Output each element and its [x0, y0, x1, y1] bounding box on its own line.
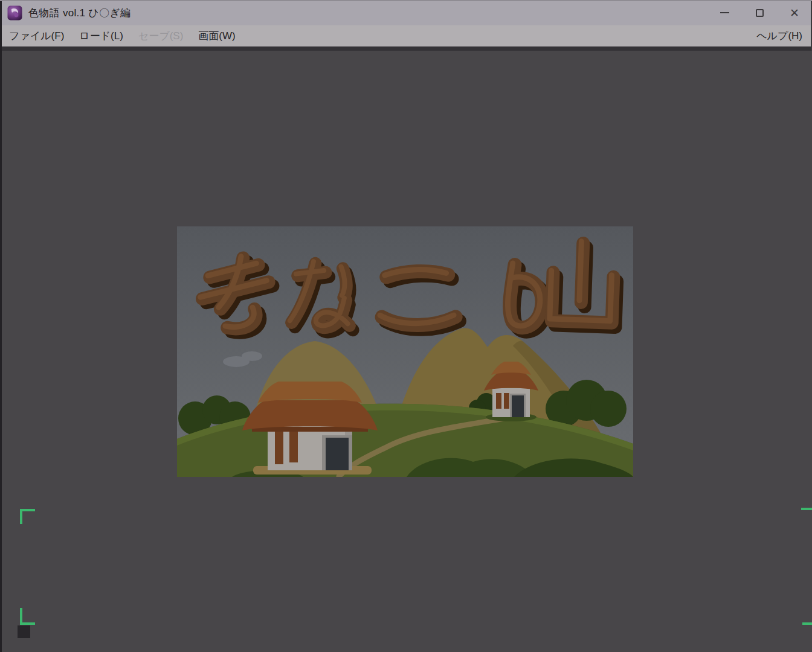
title-card-scene: きなこの山: [177, 226, 633, 477]
title-card-image: きなこの山: [177, 226, 633, 477]
menu-bar-shadow: [0, 46, 812, 51]
minimize-button[interactable]: [707, 0, 742, 25]
capture-marker-top-right: [801, 508, 812, 510]
game-viewport[interactable]: きなこの山: [0, 51, 812, 652]
menu-screen[interactable]: 画面(W): [198, 28, 236, 44]
maximize-button[interactable]: [742, 0, 777, 25]
menu-load[interactable]: ロード(L): [79, 28, 124, 44]
window-border-left: [0, 0, 2, 652]
title-bar: 色物語 vol.1 ひ〇ぎ編 ✕: [0, 0, 812, 25]
capture-marker-bottom-left: [20, 608, 35, 625]
menu-help[interactable]: ヘルプ(H): [756, 29, 802, 43]
window-title: 色物語 vol.1 ひ〇ぎ編: [28, 6, 130, 20]
maximize-icon: [756, 9, 764, 17]
capture-marker-top-left: [20, 509, 35, 524]
app-icon: [7, 5, 22, 21]
minimize-icon: [720, 12, 729, 13]
capture-marker-square: [18, 625, 30, 638]
close-icon: ✕: [790, 7, 799, 19]
close-button[interactable]: ✕: [777, 0, 812, 25]
window-controls: ✕: [707, 0, 812, 25]
capture-marker-bottom-right: [802, 622, 812, 625]
menu-save: セーブ(S): [138, 28, 184, 44]
window-border-top: [0, 0, 812, 1]
menu-file[interactable]: ファイル(F): [8, 28, 65, 44]
menu-bar: ファイル(F) ロード(L) セーブ(S) 画面(W) ヘルプ(H): [0, 25, 812, 46]
